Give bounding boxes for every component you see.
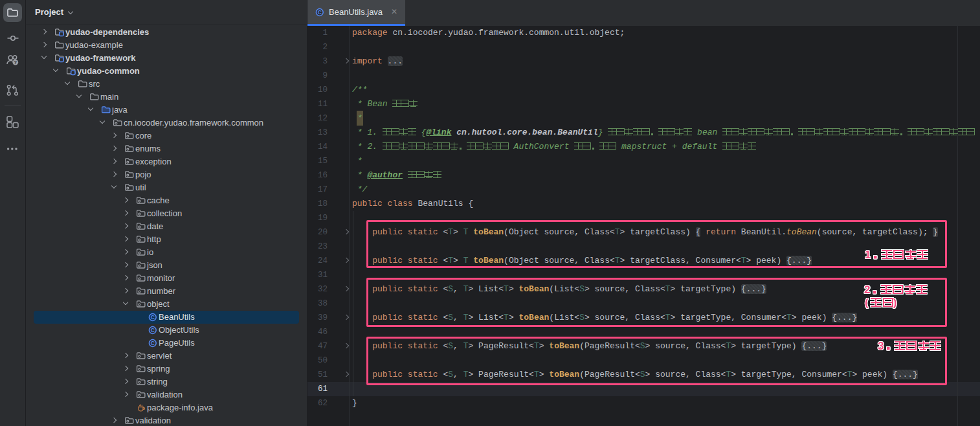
- svg-text:C: C: [151, 327, 155, 333]
- svg-text:C: C: [151, 314, 155, 320]
- svg-text:C: C: [318, 9, 322, 16]
- svg-text:C: C: [151, 340, 155, 346]
- svg-text:?: ?: [14, 60, 17, 65]
